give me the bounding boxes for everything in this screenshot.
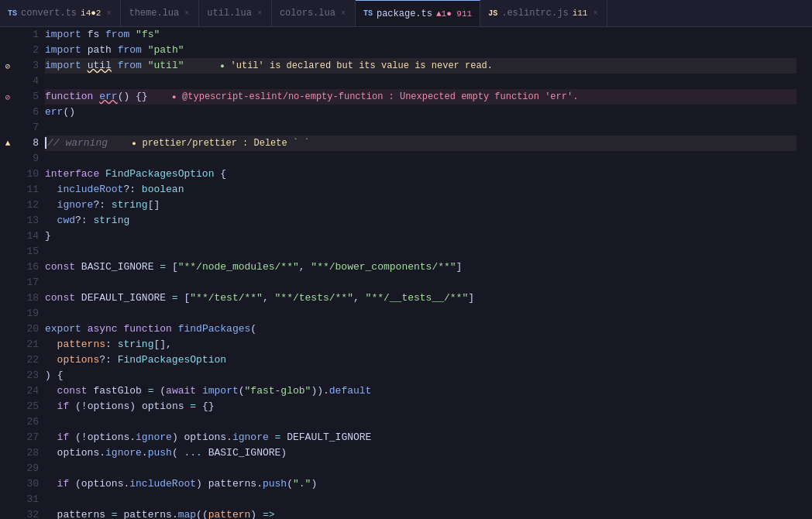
gutter-line-20 bbox=[0, 321, 15, 337]
code-line-23: ) { bbox=[45, 368, 797, 383]
gutter-line-26 bbox=[0, 414, 15, 430]
tab-colors-lua[interactable]: colors.lua × bbox=[272, 0, 356, 27]
ln-22: 22 bbox=[22, 352, 39, 368]
ln-9: 9 bbox=[22, 151, 39, 167]
code-line-6: err() bbox=[45, 105, 797, 120]
gutter-line-6 bbox=[0, 105, 15, 120]
ln-5: 5 bbox=[22, 89, 39, 105]
gutter-line-21 bbox=[0, 337, 15, 352]
gutter-line-14 bbox=[0, 229, 15, 244]
tab-close-icon[interactable]: × bbox=[339, 9, 347, 18]
code-line-14: } bbox=[45, 229, 797, 244]
code-line-5: function err() {} ● @typescript-eslint/n… bbox=[45, 89, 797, 105]
gutter-line-29 bbox=[0, 461, 15, 476]
gutter-line-16 bbox=[0, 260, 15, 275]
gutter-line-15 bbox=[0, 244, 15, 260]
ln-24: 24 bbox=[22, 383, 39, 399]
code-line-30: if (options.includeRoot) patterns.push("… bbox=[45, 476, 797, 492]
gutter-line-19 bbox=[0, 306, 15, 321]
code-line-28: options.ignore.push( ... BASIC_IGNORE) bbox=[45, 445, 797, 461]
code-line-7 bbox=[45, 120, 797, 136]
ln-7: 7 bbox=[22, 120, 39, 136]
code-line-10: interface FindPackagesOption { bbox=[45, 167, 797, 182]
code-area: ⊘ ⊘ ▲ bbox=[0, 27, 812, 519]
code-line-21: patterns: string[], bbox=[45, 337, 797, 352]
tab-close-icon[interactable]: × bbox=[591, 9, 599, 18]
code-line-32: patterns = patterns.map((pattern) => bbox=[45, 507, 797, 519]
code-line-8: // warning ● prettier/prettier : Delete … bbox=[45, 136, 797, 151]
ln-32: 32 bbox=[22, 507, 39, 519]
code-line-12: ignore?: string[] bbox=[45, 198, 797, 213]
ln-27: 27 bbox=[22, 430, 39, 445]
tab-close-icon[interactable]: × bbox=[183, 9, 191, 18]
gutter-line-22 bbox=[0, 352, 15, 368]
gutter-line-25 bbox=[0, 399, 15, 414]
editor-main: ⊘ ⊘ ▲ bbox=[0, 27, 812, 519]
code-line-13: cwd?: string bbox=[45, 213, 797, 229]
tab-label: .eslintrc.js bbox=[501, 8, 568, 19]
gutter-line-5: ⊘ bbox=[0, 89, 15, 105]
code-line-4 bbox=[45, 74, 797, 89]
ln-28: 28 bbox=[22, 445, 39, 461]
tab-label: package.ts bbox=[377, 9, 432, 19]
code-line-18: const DEFAULT_IGNORE = ["**/test/**", "*… bbox=[45, 290, 797, 306]
gutter-line-28 bbox=[0, 445, 15, 461]
code-line-11: includeRoot?: boolean bbox=[45, 182, 797, 198]
ln-8: 8 bbox=[22, 136, 39, 151]
ln-4: 4 bbox=[22, 74, 39, 89]
ln-15: 15 bbox=[22, 244, 39, 260]
code-line-29 bbox=[45, 461, 797, 476]
ln-31: 31 bbox=[22, 492, 39, 507]
ln-14: 14 bbox=[22, 229, 39, 244]
ln-3: 3 bbox=[22, 58, 39, 74]
ln-21: 21 bbox=[22, 337, 39, 352]
tab-badge-error: ▲1● 911 bbox=[436, 9, 472, 19]
code-line-1: import fs from "fs" bbox=[45, 27, 797, 43]
gutter-line-23 bbox=[0, 368, 15, 383]
ln-25: 25 bbox=[22, 399, 39, 414]
gutter-line-10 bbox=[0, 167, 15, 182]
ln-23: 23 bbox=[22, 368, 39, 383]
code-line-31 bbox=[45, 492, 797, 507]
tab-package-ts[interactable]: TS package.ts ▲1● 911 bbox=[356, 0, 480, 27]
gutter-line-1 bbox=[0, 27, 15, 43]
code-line-2: import path from "path" bbox=[45, 43, 797, 58]
code-line-20: export async function findPackages( bbox=[45, 321, 797, 337]
tab-label: convert.ts bbox=[21, 8, 77, 19]
ln-20: 20 bbox=[22, 321, 39, 337]
gutter-line-30 bbox=[0, 476, 15, 492]
code-line-27: if (!options.ignore) options.ignore = DE… bbox=[45, 430, 797, 445]
code-content: import fs from "fs" import path from "pa… bbox=[45, 27, 812, 519]
gutter-line-13 bbox=[0, 213, 15, 229]
line-numbers: 1 2 3 4 5 6 7 8 9 10 11 12 13 14 15 16 1 bbox=[15, 27, 45, 519]
tab-badge: i11 bbox=[573, 9, 588, 18]
tab-label: util.lua bbox=[207, 8, 252, 19]
code-line-26 bbox=[45, 414, 797, 430]
tab-badge: i4●2 bbox=[81, 9, 101, 18]
tab-convert-ts[interactable]: TS convert.ts i4●2 × bbox=[0, 0, 121, 27]
tab-close-icon[interactable]: × bbox=[105, 9, 112, 18]
gutter-line-2 bbox=[0, 43, 15, 58]
tab-eslintrc-js[interactable]: JS .eslintrc.js i11 × bbox=[480, 0, 607, 27]
tab-util-lua[interactable]: util.lua × bbox=[199, 0, 272, 27]
code-editor[interactable]: ⊘ ⊘ ▲ bbox=[0, 27, 812, 519]
js-icon: JS bbox=[488, 9, 497, 18]
gutter-line-31 bbox=[0, 492, 15, 507]
code-line-9 bbox=[45, 151, 797, 167]
tab-label: theme.lua bbox=[129, 8, 179, 19]
ts-icon: TS bbox=[363, 9, 373, 18]
gutter-line-32 bbox=[0, 507, 15, 519]
gutter-line-18 bbox=[0, 290, 15, 306]
code-line-22: options?: FindPackagesOption bbox=[45, 352, 797, 368]
tab-close-icon[interactable]: × bbox=[256, 9, 263, 18]
ln-19: 19 bbox=[22, 306, 39, 321]
gutter: ⊘ ⊘ ▲ bbox=[0, 27, 15, 519]
code-line-17 bbox=[45, 275, 797, 290]
tab-theme-lua[interactable]: theme.lua × bbox=[121, 0, 199, 27]
gutter-line-17 bbox=[0, 275, 15, 290]
ln-18: 18 bbox=[22, 290, 39, 306]
code-line-25: if (!options) options = {} bbox=[45, 399, 797, 414]
ln-1: 1 bbox=[22, 27, 39, 43]
gutter-line-7 bbox=[0, 120, 15, 136]
gutter-line-27 bbox=[0, 430, 15, 445]
